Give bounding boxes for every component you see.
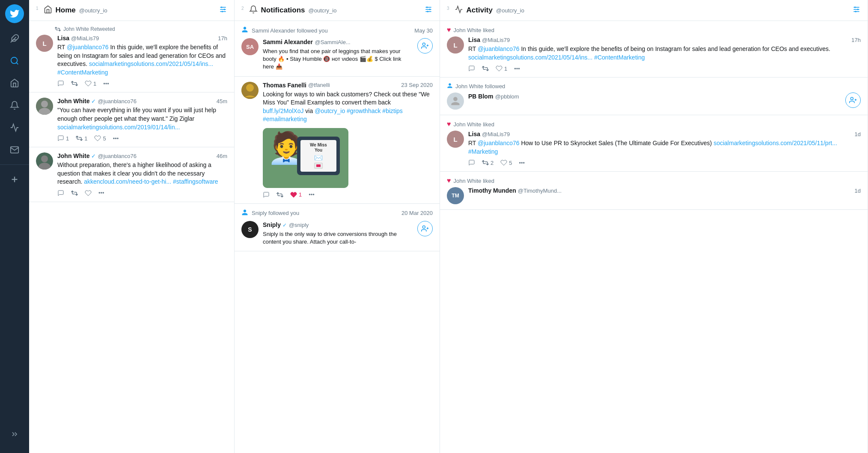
tweet-url-link[interactable]: socialmarketingsolutions.com/2021/05/11/… (713, 140, 837, 146)
notif-handle: @sniply (289, 222, 309, 228)
retweet-button[interactable] (276, 191, 283, 198)
like-button[interactable]: 1 (85, 80, 96, 87)
reply-button[interactable] (57, 190, 64, 197)
column-activity-settings[interactable] (852, 5, 861, 15)
like-button[interactable]: 1 (496, 65, 507, 72)
tweet-hashtag[interactable]: #ContentMarketing (57, 69, 108, 76)
notif-name: Sammi Alexander (263, 39, 313, 45)
tweet-hashtag[interactable]: #biztips (382, 107, 402, 114)
mail-icon[interactable] (5, 140, 24, 159)
tweet-mention[interactable]: @outcry_io (315, 107, 345, 114)
columns-container: 1 Home @outcry_io John White Retweeted (29, 0, 868, 453)
activity-col-icon (455, 5, 463, 15)
like-button[interactable]: 5 (500, 159, 512, 166)
column-notifications-body: Sammi Alexander followed you May 30 SA S… (235, 21, 440, 453)
like-button[interactable]: 1 (290, 191, 302, 198)
tweet-text: Looking for ways to win back customers? … (263, 90, 433, 124)
sidebar-logo[interactable] (5, 4, 24, 23)
avatar: L (36, 35, 53, 52)
activity-icon[interactable] (5, 118, 24, 137)
notification-item: Sniply followed you 20 Mar 2020 S Sniply… (235, 204, 440, 251)
tweet-url-link[interactable]: buff.ly/2MolXoJ (263, 107, 303, 114)
tweet-mention[interactable]: @juanblanco76 (478, 140, 520, 146)
column-activity-account: @outcry_io (496, 7, 524, 14)
column-home-settings[interactable] (219, 5, 227, 15)
notif-handle: @SammiAle... (315, 39, 350, 45)
like-button[interactable]: 5 (94, 135, 106, 142)
tweet-time: 46m (217, 153, 227, 159)
tweet-hashtag[interactable]: #emailmarketing (263, 116, 307, 122)
bell-icon[interactable] (5, 96, 24, 115)
more-button[interactable]: ••• (113, 135, 119, 142)
search-icon[interactable] (5, 51, 24, 70)
retweet-button[interactable] (71, 80, 78, 87)
svg-line-1 (16, 63, 18, 64)
more-button[interactable]: ••• (309, 191, 315, 198)
tweet-url-link[interactable]: socialmarketingsolutions.com/2019/01/14/… (57, 124, 180, 131)
verified-icon: ✓ (282, 222, 287, 228)
avatar (36, 98, 53, 115)
home-icon[interactable] (5, 74, 24, 92)
more-button[interactable]: ••• (519, 160, 525, 166)
svg-point-27 (855, 11, 856, 12)
tweet-hashtag[interactable]: #ContentMarketing (594, 54, 645, 61)
heart-icon: ♥ (447, 26, 451, 34)
column-activity-header: 3 Activity @outcry_io (440, 0, 868, 21)
tweet-hashtag[interactable]: #Marketing (468, 148, 498, 155)
reply-button[interactable] (263, 191, 270, 198)
avatar: L (447, 36, 464, 54)
retweet-count: 2 (490, 160, 493, 166)
collapse-sidebar-button[interactable] (5, 425, 24, 444)
reply-button[interactable] (468, 159, 475, 166)
svg-point-16 (422, 43, 425, 45)
more-button[interactable]: ••• (514, 66, 520, 72)
activity-label: ♥ John White liked (447, 120, 861, 128)
follow-button[interactable] (845, 92, 861, 108)
verified-icon: ✓ (91, 153, 96, 159)
svg-point-28 (850, 97, 853, 100)
bell-col-icon (249, 5, 258, 15)
avatar: S (241, 221, 259, 238)
follow-button[interactable] (417, 38, 433, 54)
retweet-button[interactable]: 1 (76, 135, 87, 142)
reply-button[interactable] (57, 80, 64, 87)
more-button[interactable]: ••• (103, 80, 109, 87)
column-home-account: @outcry_io (79, 7, 107, 14)
follow-notif-icon (241, 209, 248, 218)
retweet-button[interactable] (71, 190, 78, 197)
tweet-url-link[interactable]: socialmarketingsolutions.com/2021/05/14/… (89, 60, 213, 67)
follow-button[interactable] (417, 221, 433, 236)
reply-button[interactable]: 1 (57, 135, 69, 142)
column-activity: 3 Activity @outcry_io ♥ John White liked (440, 0, 868, 453)
svg-point-8 (224, 9, 225, 10)
tweet-url-link[interactable]: akkencloud.com/need-to-get-hi... (84, 178, 171, 185)
tweet-time: 23 Sep 2020 (401, 82, 433, 88)
tweet-text: Without preparation, there's a higher li… (57, 161, 227, 186)
tweet-url-link[interactable]: socialmarketingsolutions.com/2021/05/14/… (468, 54, 592, 61)
more-button[interactable]: ••• (98, 190, 104, 196)
add-column-icon[interactable] (5, 170, 24, 189)
notif-follow-label: Sniply followed you (252, 210, 398, 216)
tweet-text: RT @juanblanco76 How to Use PR to Skyroc… (468, 139, 861, 156)
tweet-hashtag[interactable]: #growthhack (347, 107, 380, 114)
column-activity-body: ♥ John White liked L Lisa @MiaLis79 17h … (440, 21, 868, 453)
column-notifications-settings[interactable] (424, 5, 433, 15)
tweet-author-name: John White (57, 98, 89, 104)
retweet-button[interactable] (482, 65, 489, 72)
tweet-mention-link[interactable]: @juanblanco76 (67, 44, 109, 51)
reply-button[interactable] (468, 65, 475, 72)
column-home: 1 Home @outcry_io John White Retweeted (29, 0, 235, 453)
activity-description: John White followed (455, 83, 505, 89)
tweet-author-name: John White (57, 152, 89, 159)
column-notifications-header: 2 Notifications @outcry_io (235, 0, 440, 21)
home-col-icon (44, 5, 52, 15)
like-button[interactable] (85, 190, 92, 197)
tweet-mention[interactable]: @juanblanco76 (478, 45, 520, 52)
retweet-button[interactable]: 2 (482, 159, 493, 166)
activity-label: ♥ John White liked (447, 177, 861, 185)
tweet-hashtag[interactable]: #staffingsoftware (173, 178, 218, 185)
feather-icon[interactable] (5, 29, 24, 48)
svg-point-9 (222, 11, 223, 12)
notif-text: Sniply is the only way to drive conversi… (263, 230, 413, 246)
tweet-item: John White ✓ @juanblanco76 46m Without p… (29, 147, 234, 202)
